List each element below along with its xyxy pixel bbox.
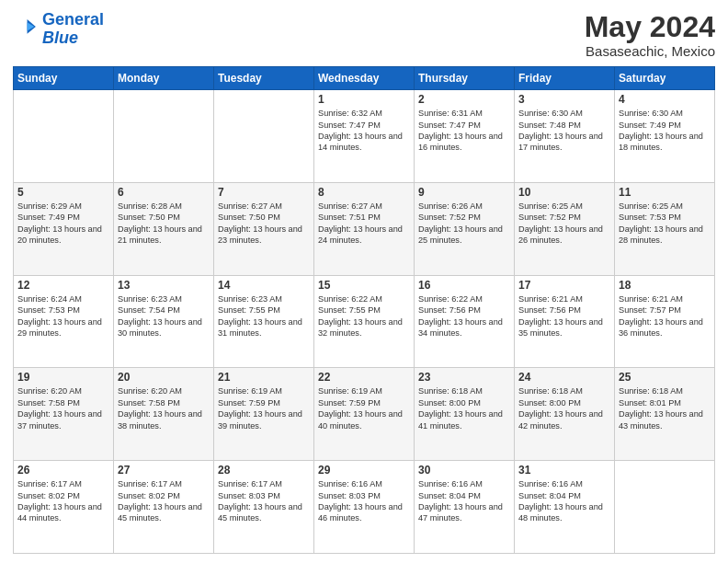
day-number: 29 — [318, 464, 410, 477]
table-cell: 20Sunrise: 6:20 AM Sunset: 7:58 PM Dayli… — [114, 368, 214, 461]
cell-content: Sunrise: 6:25 AM Sunset: 7:52 PM Dayligh… — [518, 201, 610, 247]
cell-content: Sunrise: 6:22 AM Sunset: 7:56 PM Dayligh… — [418, 293, 510, 339]
cell-content: Sunrise: 6:17 AM Sunset: 8:02 PM Dayligh… — [17, 478, 109, 524]
day-number: 5 — [17, 186, 109, 199]
col-monday: Monday — [114, 67, 214, 90]
table-cell: 25Sunrise: 6:18 AM Sunset: 8:01 PM Dayli… — [615, 368, 715, 461]
table-cell: 3Sunrise: 6:30 AM Sunset: 7:48 PM Daylig… — [515, 90, 615, 183]
cell-content: Sunrise: 6:16 AM Sunset: 8:04 PM Dayligh… — [518, 478, 610, 524]
table-cell: 22Sunrise: 6:19 AM Sunset: 7:59 PM Dayli… — [314, 368, 415, 461]
cell-content: Sunrise: 6:23 AM Sunset: 7:54 PM Dayligh… — [118, 293, 210, 339]
day-number: 17 — [518, 279, 610, 292]
table-cell: 23Sunrise: 6:18 AM Sunset: 8:00 PM Dayli… — [415, 368, 515, 461]
cell-content: Sunrise: 6:29 AM Sunset: 7:49 PM Dayligh… — [17, 201, 109, 247]
table-cell: 26Sunrise: 6:17 AM Sunset: 8:02 PM Dayli… — [14, 461, 114, 554]
day-number: 11 — [619, 186, 711, 199]
table-cell: 2Sunrise: 6:31 AM Sunset: 7:47 PM Daylig… — [415, 90, 515, 183]
day-number: 19 — [17, 371, 109, 384]
table-cell — [14, 90, 114, 183]
table-cell: 7Sunrise: 6:27 AM Sunset: 7:50 PM Daylig… — [214, 182, 314, 275]
day-number: 22 — [318, 371, 410, 384]
logo-line2: Blue — [42, 29, 78, 47]
calendar-header-row: Sunday Monday Tuesday Wednesday Thursday… — [14, 67, 715, 90]
title-block: May 2024 Basaseachic, Mexico — [585, 11, 715, 59]
calendar-row: 12Sunrise: 6:24 AM Sunset: 7:53 PM Dayli… — [14, 275, 715, 368]
calendar-row: 26Sunrise: 6:17 AM Sunset: 8:02 PM Dayli… — [14, 461, 715, 554]
calendar-row: 19Sunrise: 6:20 AM Sunset: 7:58 PM Dayli… — [14, 368, 715, 461]
cell-content: Sunrise: 6:28 AM Sunset: 7:50 PM Dayligh… — [118, 201, 210, 247]
cell-content: Sunrise: 6:26 AM Sunset: 7:52 PM Dayligh… — [418, 201, 510, 247]
table-cell: 15Sunrise: 6:22 AM Sunset: 7:55 PM Dayli… — [314, 275, 415, 368]
calendar-row: 5Sunrise: 6:29 AM Sunset: 7:49 PM Daylig… — [14, 182, 715, 275]
logo-text: General Blue — [42, 11, 104, 48]
main-title: May 2024 — [585, 11, 715, 43]
logo-line1: General — [42, 10, 104, 29]
cell-content: Sunrise: 6:16 AM Sunset: 8:04 PM Dayligh… — [418, 478, 510, 524]
table-cell: 17Sunrise: 6:21 AM Sunset: 7:56 PM Dayli… — [515, 275, 615, 368]
cell-content: Sunrise: 6:18 AM Sunset: 8:00 PM Dayligh… — [418, 385, 510, 431]
header: General Blue May 2024 Basaseachic, Mexic… — [13, 11, 715, 59]
table-cell: 18Sunrise: 6:21 AM Sunset: 7:57 PM Dayli… — [615, 275, 715, 368]
table-cell: 11Sunrise: 6:25 AM Sunset: 7:53 PM Dayli… — [615, 182, 715, 275]
col-friday: Friday — [515, 67, 615, 90]
table-cell: 12Sunrise: 6:24 AM Sunset: 7:53 PM Dayli… — [14, 275, 114, 368]
day-number: 7 — [218, 186, 310, 199]
col-wednesday: Wednesday — [314, 67, 415, 90]
col-tuesday: Tuesday — [214, 67, 314, 90]
day-number: 23 — [418, 371, 510, 384]
table-cell — [615, 461, 715, 554]
cell-content: Sunrise: 6:31 AM Sunset: 7:47 PM Dayligh… — [418, 108, 510, 154]
col-saturday: Saturday — [615, 67, 715, 90]
cell-content: Sunrise: 6:25 AM Sunset: 7:53 PM Dayligh… — [619, 201, 711, 247]
day-number: 3 — [518, 93, 610, 106]
cell-content: Sunrise: 6:23 AM Sunset: 7:55 PM Dayligh… — [218, 293, 310, 339]
table-cell: 28Sunrise: 6:17 AM Sunset: 8:03 PM Dayli… — [214, 461, 314, 554]
table-cell: 13Sunrise: 6:23 AM Sunset: 7:54 PM Dayli… — [114, 275, 214, 368]
table-cell: 27Sunrise: 6:17 AM Sunset: 8:02 PM Dayli… — [114, 461, 214, 554]
table-cell: 4Sunrise: 6:30 AM Sunset: 7:49 PM Daylig… — [615, 90, 715, 183]
table-cell: 14Sunrise: 6:23 AM Sunset: 7:55 PM Dayli… — [214, 275, 314, 368]
cell-content: Sunrise: 6:20 AM Sunset: 7:58 PM Dayligh… — [17, 385, 109, 431]
cell-content: Sunrise: 6:21 AM Sunset: 7:57 PM Dayligh… — [619, 293, 711, 339]
table-cell: 31Sunrise: 6:16 AM Sunset: 8:04 PM Dayli… — [515, 461, 615, 554]
cell-content: Sunrise: 6:30 AM Sunset: 7:49 PM Dayligh… — [619, 108, 711, 154]
table-cell: 9Sunrise: 6:26 AM Sunset: 7:52 PM Daylig… — [415, 182, 515, 275]
table-cell: 8Sunrise: 6:27 AM Sunset: 7:51 PM Daylig… — [314, 182, 415, 275]
cell-content: Sunrise: 6:18 AM Sunset: 8:00 PM Dayligh… — [518, 385, 610, 431]
col-sunday: Sunday — [14, 67, 114, 90]
cell-content: Sunrise: 6:17 AM Sunset: 8:03 PM Dayligh… — [218, 478, 310, 524]
table-cell: 5Sunrise: 6:29 AM Sunset: 7:49 PM Daylig… — [14, 182, 114, 275]
day-number: 8 — [318, 186, 410, 199]
table-cell: 10Sunrise: 6:25 AM Sunset: 7:52 PM Dayli… — [515, 182, 615, 275]
cell-content: Sunrise: 6:19 AM Sunset: 7:59 PM Dayligh… — [318, 385, 410, 431]
cell-content: Sunrise: 6:16 AM Sunset: 8:03 PM Dayligh… — [318, 478, 410, 524]
cell-content: Sunrise: 6:22 AM Sunset: 7:55 PM Dayligh… — [318, 293, 410, 339]
day-number: 21 — [218, 371, 310, 384]
cell-content: Sunrise: 6:27 AM Sunset: 7:50 PM Dayligh… — [218, 201, 310, 247]
day-number: 16 — [418, 279, 510, 292]
cell-content: Sunrise: 6:18 AM Sunset: 8:01 PM Dayligh… — [619, 385, 711, 431]
day-number: 6 — [118, 186, 210, 199]
day-number: 13 — [118, 279, 210, 292]
page: General Blue May 2024 Basaseachic, Mexic… — [0, 0, 728, 563]
day-number: 9 — [418, 186, 510, 199]
cell-content: Sunrise: 6:27 AM Sunset: 7:51 PM Dayligh… — [318, 201, 410, 247]
table-cell: 21Sunrise: 6:19 AM Sunset: 7:59 PM Dayli… — [214, 368, 314, 461]
day-number: 24 — [518, 371, 610, 384]
table-cell: 29Sunrise: 6:16 AM Sunset: 8:03 PM Dayli… — [314, 461, 415, 554]
day-number: 18 — [619, 279, 711, 292]
day-number: 28 — [218, 464, 310, 477]
day-number: 30 — [418, 464, 510, 477]
logo: General Blue — [13, 11, 104, 48]
day-number: 14 — [218, 279, 310, 292]
day-number: 20 — [118, 371, 210, 384]
day-number: 1 — [318, 93, 410, 106]
table-cell: 24Sunrise: 6:18 AM Sunset: 8:00 PM Dayli… — [515, 368, 615, 461]
day-number: 26 — [17, 464, 109, 477]
day-number: 4 — [619, 93, 711, 106]
day-number: 10 — [518, 186, 610, 199]
table-cell: 19Sunrise: 6:20 AM Sunset: 7:58 PM Dayli… — [14, 368, 114, 461]
table-cell — [114, 90, 214, 183]
cell-content: Sunrise: 6:32 AM Sunset: 7:47 PM Dayligh… — [318, 108, 410, 154]
cell-content: Sunrise: 6:24 AM Sunset: 7:53 PM Dayligh… — [17, 293, 109, 339]
